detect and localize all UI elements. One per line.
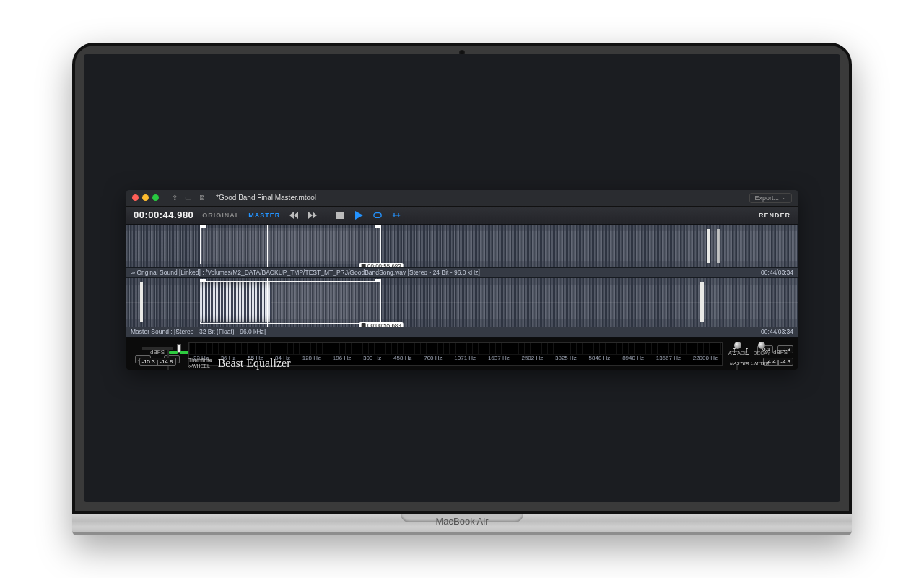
- minimize-icon[interactable]: [142, 194, 149, 201]
- input-gain-slider[interactable]: 2.309: [157, 342, 179, 370]
- transport-bar: 00:00:44.980 ORIGINAL MASTER RENDER: [126, 206, 798, 225]
- marker[interactable]: [717, 229, 720, 263]
- equalizer-panel: -6.2 -6.1 2.309: [126, 338, 798, 370]
- spectrum-analyzer[interactable]: 23 Hz36 Hz55 Hz84 Hz128 Hz196 Hz300 Hz45…: [188, 342, 723, 366]
- limiter-label: MASTER LIMITER: [730, 361, 770, 366]
- attack-decay-knobs[interactable]: ATTACK DECAY: [728, 342, 770, 355]
- tab-original[interactable]: ORIGINAL: [202, 212, 240, 219]
- tracks-area: 00:00:55.683 ∞ Original Sound [Linked] :…: [126, 225, 798, 338]
- window-controls: [132, 194, 159, 201]
- export-button[interactable]: Export...⌄: [749, 193, 792, 203]
- svg-rect-0: [336, 212, 344, 219]
- close-icon[interactable]: [132, 194, 139, 201]
- region-play-button[interactable]: [391, 210, 401, 220]
- tab-master[interactable]: MASTER: [248, 212, 280, 219]
- frequency-axis: 23 Hz36 Hz55 Hz84 Hz128 Hz196 Hz300 Hz45…: [189, 355, 722, 365]
- play-button[interactable]: [354, 210, 364, 220]
- chevron-down-icon: ⌄: [782, 194, 787, 201]
- track-original-info: ∞ Original Sound [Linked] : /Volumes/M2_…: [126, 268, 798, 278]
- loop-button[interactable]: [372, 210, 383, 220]
- dbfs-label: dBFS: [150, 349, 165, 355]
- document-icon[interactable]: 🗎: [199, 194, 206, 202]
- marker[interactable]: [140, 282, 143, 322]
- marker[interactable]: [707, 229, 710, 263]
- stop-button[interactable]: [335, 210, 345, 220]
- app-window: ⇪ ▭ 🗎 *Good Band Final Master.mtool Expo…: [126, 190, 798, 370]
- zoom-icon[interactable]: [152, 194, 159, 201]
- ffwd-button[interactable]: [308, 210, 318, 220]
- rms-readout: -15.3 | -14.8: [139, 358, 176, 366]
- svg-rect-1: [374, 212, 381, 217]
- laptop-label: MacBook Air: [72, 516, 852, 527]
- time-tooltip: 00:00:55.683: [359, 322, 404, 327]
- track-master-waveform[interactable]: 00:00:55.683: [126, 278, 798, 327]
- track-master-info: Master Sound : [Stereo - 32 Bit (Float) …: [126, 327, 798, 337]
- time-tooltip: 00:00:55.683: [359, 263, 404, 268]
- titlebar: ⇪ ▭ 🗎 *Good Band Final Master.mtool Expo…: [126, 190, 798, 206]
- loop-region[interactable]: [200, 228, 381, 264]
- timecode-display: 00:00:44.980: [134, 210, 193, 220]
- rewind-button[interactable]: [289, 210, 299, 220]
- render-button[interactable]: RENDER: [759, 212, 790, 219]
- track-original-waveform[interactable]: 00:00:55.683: [126, 225, 798, 268]
- output-limiter-column: ⭡̲⭡̲ -0.1 -0.3 + 4.80: [727, 342, 793, 366]
- marker[interactable]: [700, 282, 704, 322]
- input-meter-column: -6.2 -6.1 2.309: [131, 342, 184, 366]
- import-icon[interactable]: ⇪: [172, 194, 178, 202]
- playhead[interactable]: [267, 278, 268, 327]
- dbfs-label: dBFS: [773, 349, 788, 355]
- open-folder-icon[interactable]: ▭: [185, 194, 191, 202]
- playhead[interactable]: [267, 225, 268, 267]
- laptop-mockup: ⇪ ▭ 🗎 *Good Band Final Master.mtool Expo…: [72, 43, 852, 535]
- document-title: *Good Band Final Master.mtool: [216, 194, 316, 202]
